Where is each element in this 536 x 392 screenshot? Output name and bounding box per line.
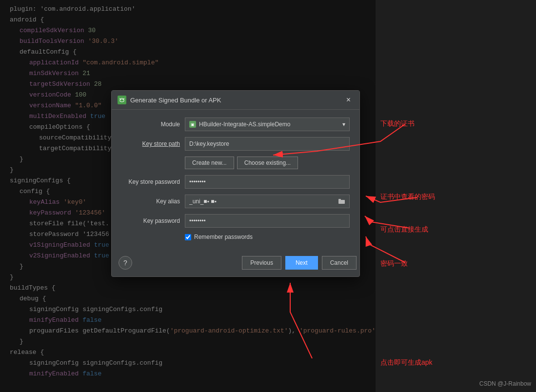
module-value: HBuilder-Integrate-AS.simpleDemo — [199, 121, 290, 128]
module-select[interactable]: ▣ HBuilder-Integrate-AS.simpleDemo ▾ — [185, 118, 350, 131]
svg-line-2 — [119, 98, 120, 99]
module-icon: ▣ — [189, 121, 196, 128]
key-password-row: Key password — [121, 214, 350, 228]
csdn-watermark: CSDN @J-Rainbow — [479, 380, 531, 387]
svg-point-0 — [120, 99, 121, 100]
remember-passwords-label[interactable]: Remember passwords — [194, 234, 253, 240]
svg-point-1 — [122, 99, 123, 100]
keystore-password-input[interactable] — [185, 175, 350, 189]
keystore-path-row: Key store path — [121, 137, 350, 151]
keystore-path-input[interactable] — [185, 137, 350, 151]
dialog-body: Module ▣ HBuilder-Integrate-AS.simpleDem… — [112, 110, 359, 256]
remember-passwords-checkbox[interactable] — [185, 234, 191, 240]
remember-passwords-row: Remember passwords — [185, 234, 350, 240]
keystore-password-label: Key store password — [121, 178, 185, 185]
annotation-cert-download: 下载的证书 — [380, 119, 415, 128]
key-alias-label: Key alias — [121, 198, 185, 205]
previous-button[interactable]: Previous — [242, 256, 281, 270]
generate-signed-dialog: Generate Signed Bundle or APK × Module ▣… — [111, 90, 360, 277]
cancel-button[interactable]: Cancel — [322, 256, 357, 270]
key-alias-input[interactable] — [185, 195, 335, 208]
keystore-password-row: Key store password — [121, 175, 350, 189]
dialog-close-button[interactable]: × — [343, 95, 354, 105]
dialog-footer: ? Previous Next Cancel — [112, 256, 359, 276]
annotation-cert-password: 证书中查看的密码 — [380, 193, 435, 201]
key-password-input[interactable] — [185, 214, 350, 228]
footer-buttons: Previous Next Cancel — [242, 256, 357, 270]
annotation-password-match: 密码一致 — [380, 259, 408, 268]
next-button[interactable]: Next — [285, 256, 318, 270]
help-button[interactable]: ? — [119, 256, 132, 270]
alias-folder-button[interactable] — [335, 195, 350, 208]
svg-rect-4 — [338, 200, 345, 204]
android-icon — [118, 96, 126, 104]
annotation-generate-apk: 点击即可生成apk — [380, 358, 433, 367]
key-alias-row: Key alias — [121, 195, 350, 208]
dialog-title-left: Generate Signed Bundle or APK — [118, 96, 221, 104]
keystore-buttons-row: Create new... Choose existing... — [185, 157, 350, 169]
svg-rect-5 — [338, 199, 341, 200]
module-label: Module — [121, 121, 185, 128]
create-new-button[interactable]: Create new... — [185, 157, 234, 169]
annotation-area: 下载的证书 证书中查看的密码 可点击直接生成 密码一致 点击即可生成apk — [376, 0, 536, 392]
dialog-title-bar: Generate Signed Bundle or APK × — [112, 91, 359, 110]
dialog-title-text: Generate Signed Bundle or APK — [130, 97, 221, 104]
annotation-click-generate: 可点击直接生成 — [380, 225, 428, 234]
module-dropdown-icon: ▾ — [342, 121, 345, 128]
choose-existing-button[interactable]: Choose existing... — [237, 157, 298, 169]
alias-input-wrap — [185, 195, 350, 208]
module-row: Module ▣ HBuilder-Integrate-AS.simpleDem… — [121, 118, 350, 131]
svg-line-3 — [124, 98, 124, 99]
key-password-label: Key password — [121, 217, 185, 224]
keystore-path-label: Key store path — [121, 140, 185, 147]
